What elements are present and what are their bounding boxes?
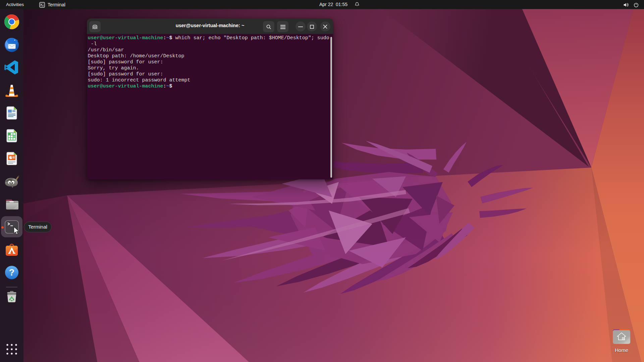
- svg-text:?: ?: [9, 267, 15, 278]
